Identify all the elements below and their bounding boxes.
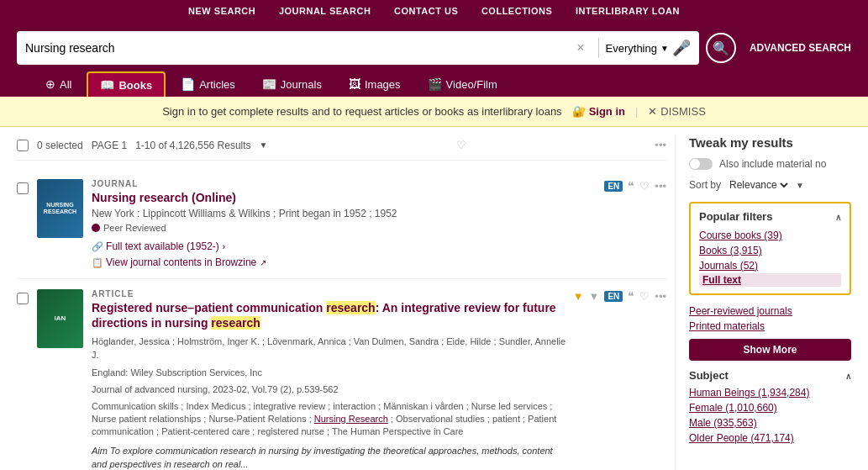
right-panel: Tweak my results Also include material n… xyxy=(675,135,851,470)
tab-books[interactable]: 📖 Books xyxy=(87,71,166,97)
material-toggle[interactable] xyxy=(689,158,713,170)
panel-title: Tweak my results xyxy=(689,135,851,150)
tab-articles[interactable]: 📄 Articles xyxy=(169,72,247,96)
tab-images[interactable]: 🖼 Images xyxy=(337,72,413,96)
main-content: 0 selected PAGE 1 1-10 of 4,126,556 Resu… xyxy=(0,127,868,470)
full-text-link-1[interactable]: Full text available (1952-) xyxy=(106,240,219,252)
subject-label: Subject xyxy=(689,369,729,382)
popular-filters-label: Popular filters xyxy=(699,210,772,223)
filter-course-books[interactable]: Course books (39) xyxy=(699,228,841,243)
select-all-checkbox[interactable] xyxy=(17,140,29,151)
more-options-icon[interactable]: ••• xyxy=(655,139,666,151)
filter-icon-2[interactable]: ▼ xyxy=(573,290,584,303)
peer-dot-1 xyxy=(92,224,100,232)
search-row: × Everything ▼ 🎤 🔍 ADVANCED SEARCH xyxy=(17,31,851,65)
tab-journals-label: Journals xyxy=(281,78,322,91)
tab-video[interactable]: 🎬 Video/Film xyxy=(416,72,509,96)
external-icon-1: ↗ xyxy=(260,258,266,267)
search-area: × Everything ▼ 🎤 🔍 ADVANCED SEARCH ⊕ All… xyxy=(0,21,868,97)
filter-books[interactable]: Books (3,915) xyxy=(699,243,841,258)
result-type-1: JOURNAL xyxy=(92,179,397,188)
result-title-1[interactable]: Nursing research (Online) xyxy=(92,191,236,204)
signin-link[interactable]: 🔐 Sign in xyxy=(572,105,625,118)
chevron-down-icon[interactable]: ▼ xyxy=(260,140,268,150)
all-icon: ⊕ xyxy=(45,77,55,91)
result-content-2: ARTICLE Registered nurse–patient communi… xyxy=(92,289,568,470)
heart-icon-2[interactable]: ♡ xyxy=(639,290,650,303)
tab-articles-label: Articles xyxy=(199,78,235,91)
nav-journal-search[interactable]: JOURNAL SEARCH xyxy=(279,6,371,16)
subject-older-people[interactable]: Older People (471,174) xyxy=(689,430,851,446)
subject-toggle[interactable] xyxy=(845,370,851,382)
search-button[interactable]: 🔍 xyxy=(706,33,736,63)
result-body-1: JOURNAL Nursing research (Online) New Yo… xyxy=(92,179,666,268)
advanced-search-link[interactable]: ADVANCED SEARCH xyxy=(750,42,851,54)
filter-full-text[interactable]: Full text xyxy=(699,273,841,287)
popular-filters-header: Popular filters xyxy=(699,210,841,223)
nav-new-search[interactable]: NEW SEARCH xyxy=(188,6,255,16)
filter-printed-materials[interactable]: Printed materials xyxy=(689,319,851,334)
popular-filters-toggle[interactable] xyxy=(835,211,841,223)
result-keywords-2: Communication skills ; Index Medicus ; i… xyxy=(92,400,568,439)
toggle-row: Also include material no xyxy=(689,158,851,170)
nav-collections[interactable]: COLLECTIONS xyxy=(481,6,552,16)
subject-human-beings[interactable]: Human Beings (1,934,284) xyxy=(689,385,851,400)
heart-icon-1[interactable]: ♡ xyxy=(639,180,650,193)
result-item-journal: NURSINGRESEARCH JOURNAL Nursing research… xyxy=(17,169,666,279)
result-checkbox-2[interactable] xyxy=(17,293,29,304)
link-icon-1: 🔗 xyxy=(92,241,106,251)
result-abstract-2: Aim To explore communication research in… xyxy=(92,444,568,470)
result-authors-2: Höglander, Jessica ; Holmström, Inger K.… xyxy=(92,335,568,362)
tab-journals[interactable]: 📰 Journals xyxy=(250,72,334,96)
results-header: 0 selected PAGE 1 1-10 of 4,126,556 Resu… xyxy=(17,135,666,161)
articles-icon: 📄 xyxy=(181,77,195,91)
microphone-icon[interactable]: 🎤 xyxy=(672,39,691,57)
filter-journals[interactable]: Journals (52) xyxy=(699,258,841,273)
arrow-icon-1: › xyxy=(222,241,225,251)
clear-search-button[interactable]: × xyxy=(576,40,584,55)
sort-by-label: Sort by xyxy=(689,179,721,191)
language-badge-2: EN xyxy=(604,291,623,302)
subject-header: Subject xyxy=(689,369,851,382)
tab-video-label: Video/Film xyxy=(446,78,497,91)
filter-tabs: ⊕ All 📖 Books 📄 Articles 📰 Journals 🖼 Im… xyxy=(17,65,851,97)
search-input[interactable] xyxy=(25,41,576,55)
subject-male[interactable]: Male (935,563) xyxy=(689,415,851,430)
nav-contact-us[interactable]: CONTACT US xyxy=(394,6,458,16)
result-checkbox-1[interactable] xyxy=(17,182,29,194)
sort-row: Sort by Relevance ▼ xyxy=(689,178,851,192)
result-content-1: JOURNAL Nursing research (Online) New Yo… xyxy=(92,179,397,235)
tab-books-label: Books xyxy=(118,79,152,92)
subject-female[interactable]: Female (1,010,660) xyxy=(689,400,851,415)
result-icons-2: ▼ ▼ EN ❝ ♡ ••• xyxy=(573,289,666,303)
cite-icon-1[interactable]: ❝ xyxy=(628,179,634,193)
scope-label: Everything xyxy=(606,42,657,55)
result-header-2: ARTICLE Registered nurse–patient communi… xyxy=(92,289,666,470)
books-icon: 📖 xyxy=(100,78,114,92)
scope-select[interactable]: Everything ▼ xyxy=(606,42,669,55)
search-icon: 🔍 xyxy=(713,40,729,56)
filter-peer-reviewed[interactable]: Peer-reviewed journals xyxy=(689,304,851,319)
sort-select[interactable]: Relevance xyxy=(726,178,791,192)
browzine-link-1[interactable]: View journal contents in Browzine xyxy=(106,256,256,268)
signin-icon: 🔐 xyxy=(572,105,586,118)
tab-all[interactable]: ⊕ All xyxy=(34,72,83,96)
journals-icon: 📰 xyxy=(262,77,276,91)
nav-interlibrary-loan[interactable]: INTERLIBRARY LOAN xyxy=(576,6,680,16)
result-item-article: IAN ARTICLE Registered nurse–patient com… xyxy=(17,279,666,470)
more-icon-2[interactable]: ••• xyxy=(655,290,666,303)
signin-label: Sign in xyxy=(589,105,625,118)
dismiss-button[interactable]: ✕ DISMISS xyxy=(648,105,705,118)
result-journal-ref-2: Journal of advanced nursing, 2023-02, Vo… xyxy=(92,383,568,397)
signin-message: Sign in to get complete results and to r… xyxy=(162,105,561,118)
result-subtitle-1: New York : Lippincott Williams & Wilkins… xyxy=(92,208,397,219)
result-title-2[interactable]: Registered nurse–patient communication r… xyxy=(92,301,556,330)
search-box: × Everything ▼ 🎤 xyxy=(17,31,699,65)
show-more-button[interactable]: Show More xyxy=(689,339,851,361)
tab-all-label: All xyxy=(60,78,71,91)
more-icon-1[interactable]: ••• xyxy=(655,180,666,193)
journal-icon-1: 📋 xyxy=(92,257,106,267)
cite-icon-2[interactable]: ❝ xyxy=(628,289,634,303)
filter-icon-2b[interactable]: ▼ xyxy=(589,290,600,303)
favorite-icon[interactable]: ♡ xyxy=(456,139,466,151)
